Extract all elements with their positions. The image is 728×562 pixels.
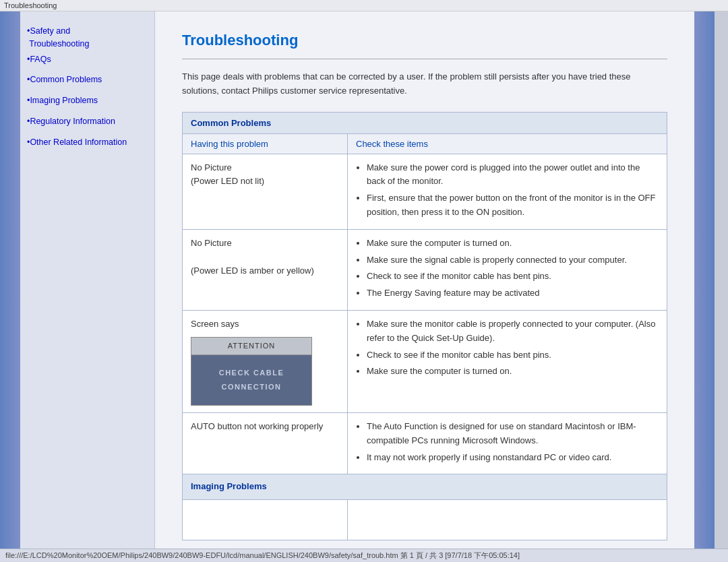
left-decorative-bar <box>0 11 20 549</box>
main-content: Troubleshooting This page deals with pro… <box>155 11 694 549</box>
attention-body: CHECK CABLE CONNECTION <box>191 355 311 405</box>
list-item: Make sure the power cord is plugged into… <box>367 161 659 189</box>
sidebar-item-regulatory[interactable]: •Regulatory Information <box>27 115 148 128</box>
imaging-problems-section: Imaging Problems <box>183 474 667 500</box>
problem-text-2: No Picture(Power LED is amber or yellow) <box>191 238 314 276</box>
sidebar-group-5: •Other Related Information <box>27 136 148 149</box>
sidebar-item-other[interactable]: •Other Related Information <box>27 136 148 149</box>
sidebar-group-1: •Safety and Troubleshooting •FAQs <box>27 25 148 65</box>
title-bar-text: Troubleshooting <box>4 1 57 9</box>
sidebar-item-safety[interactable]: •Safety and Troubleshooting <box>27 25 148 51</box>
list-item: Make sure the computer is turned on. <box>367 237 659 251</box>
problem-text-screen-says: Screen says <box>191 319 239 329</box>
solution-cell-4: The Auto Function is designed for use on… <box>348 412 667 474</box>
sidebar-item-faqs[interactable]: •FAQs <box>27 53 148 66</box>
scrollbar-area[interactable] <box>715 11 728 549</box>
col-header-having: Having this problem <box>183 133 348 154</box>
title-bar: Troubleshooting <box>0 0 728 11</box>
col-header-check: Check these items <box>348 133 667 154</box>
sidebar-group-4: •Regulatory Information <box>27 115 148 128</box>
list-item: First, ensure that the power button on t… <box>367 191 659 220</box>
attention-box: ATTENTION CHECK CABLE CONNECTION <box>191 337 312 406</box>
solution-cell-2: Make sure the computer is turned on. Mak… <box>348 229 667 310</box>
solution-cell-1: Make sure the power cord is plugged into… <box>348 154 667 229</box>
solution-list-2: Make sure the computer is turned on. Mak… <box>367 237 659 301</box>
list-item: Check to see if the monitor cable has be… <box>367 270 659 284</box>
list-item: Make sure the monitor cable is properly … <box>367 317 659 346</box>
list-item: The Auto Function is designed for use on… <box>367 420 659 448</box>
status-bar: file:///E:/LCD%20Monitor%20OEM/Philips/2… <box>0 549 728 562</box>
status-bar-text: file:///E:/LCD%20Monitor%20OEM/Philips/2… <box>5 551 520 559</box>
solution-list-1: Make sure the power cord is plugged into… <box>367 161 659 220</box>
list-item: Make sure the signal cable is properly c… <box>367 253 659 268</box>
sidebar-group-2: •Common Problems <box>27 73 148 86</box>
common-problems-header: Common Problems <box>183 112 667 133</box>
common-problems-table: Common Problems Having this problem Chec… <box>182 112 667 541</box>
sidebar-item-common[interactable]: •Common Problems <box>27 73 148 86</box>
attention-body-text: CHECK CABLE CONNECTION <box>219 369 284 391</box>
table-row: No Picture(Power LED not lit) Make sure … <box>183 154 667 229</box>
sidebar-group-3: •Imaging Problems <box>27 94 148 107</box>
browser-window: Troubleshooting •Safety and Troubleshoot… <box>0 0 728 562</box>
table-row: AUTO button not working properly The Aut… <box>183 412 667 474</box>
sidebar-item-imaging[interactable]: •Imaging Problems <box>27 94 148 107</box>
problem-cell-4: AUTO button not working properly <box>183 412 348 474</box>
problem-cell-1: No Picture(Power LED not lit) <box>183 154 348 229</box>
imaging-problems-header: Imaging Problems <box>183 474 667 500</box>
intro-text: This page deals with problems that can b… <box>182 70 667 98</box>
table-row: No Picture(Power LED is amber or yellow)… <box>183 229 667 310</box>
sidebar: •Safety and Troubleshooting •FAQs •Commo… <box>20 11 155 549</box>
list-item: Check to see if the monitor cable has be… <box>367 348 659 363</box>
problem-cell-2: No Picture(Power LED is amber or yellow) <box>183 229 348 310</box>
title-divider <box>182 59 667 59</box>
right-decorative-bar <box>694 11 715 549</box>
solution-list-3: Make sure the monitor cable is properly … <box>367 317 659 379</box>
table-row-imaging-empty <box>183 500 667 540</box>
attention-header: ATTENTION <box>191 338 311 356</box>
problem-text-1: No Picture(Power LED not lit) <box>191 162 264 187</box>
page-title: Troubleshooting <box>182 32 667 49</box>
solution-cell-3: Make sure the monitor cable is properly … <box>348 310 667 412</box>
list-item: It may not work properly if using nonsta… <box>367 451 659 465</box>
imaging-solution-empty <box>348 500 667 540</box>
list-item: The Energy Saving feature may be activat… <box>367 286 659 301</box>
list-item: Make sure the computer is turned on. <box>367 365 659 379</box>
solution-list-4: The Auto Function is designed for use on… <box>367 420 659 464</box>
imaging-problem-empty <box>183 500 348 540</box>
content-area: •Safety and Troubleshooting •FAQs •Commo… <box>0 11 728 549</box>
problem-cell-3: Screen says ATTENTION CHECK CABLE CONNEC… <box>183 310 348 412</box>
table-row: Screen says ATTENTION CHECK CABLE CONNEC… <box>183 310 667 412</box>
